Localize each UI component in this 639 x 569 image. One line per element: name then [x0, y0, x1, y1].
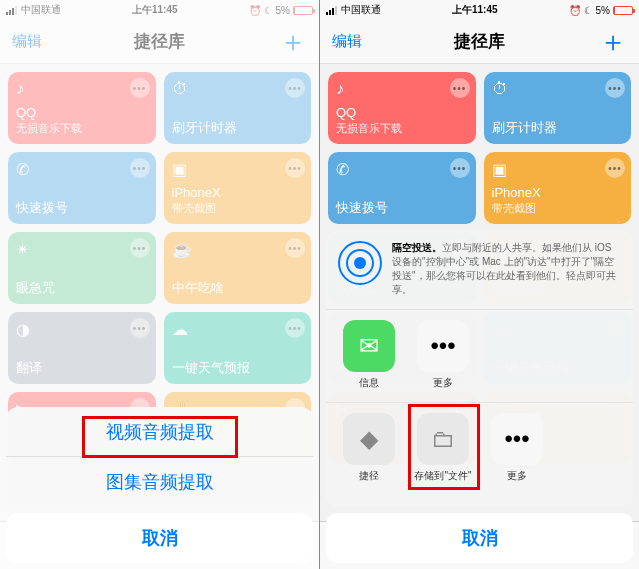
card-icon: ♪	[336, 80, 468, 98]
option-album-audio-extract[interactable]: 图集音频提取	[6, 457, 313, 507]
card-subtitle: 无损音乐下载	[336, 121, 468, 136]
phone-right: 中国联通 上午11:45 ⏰ ☾ 5% 编辑 捷径库 ＋ •••♪QQ无损音乐下…	[320, 0, 639, 569]
page-title: 捷径库	[320, 30, 639, 53]
signal-icon	[326, 6, 337, 15]
shortcuts-icon: ◆	[343, 413, 395, 465]
battery-icon	[613, 6, 633, 15]
phone-left: 中国联通 上午11:45 ⏰ ☾ 5% 编辑 捷径库 ＋ •••♪QQ无损音乐下…	[0, 0, 319, 569]
shortcut-card[interactable]: •••⏱刷牙计时器	[484, 72, 632, 144]
more-icon: •••	[417, 320, 469, 372]
option-video-audio-extract[interactable]: 视频音频提取	[6, 407, 313, 457]
alarm-icon: ⏰	[569, 5, 581, 16]
share-messages[interactable]: ✉ 信息	[334, 320, 404, 390]
shortcut-card[interactable]: •••✆快速拨号	[328, 152, 476, 224]
card-title: 刷牙计时器	[492, 121, 624, 136]
status-bar: 中国联通 上午11:45 ⏰ ☾ 5%	[320, 0, 639, 20]
card-icon: ⏱	[492, 80, 624, 98]
action-shortcuts[interactable]: ◆ 捷径	[334, 413, 404, 483]
card-title: iPhoneX	[492, 186, 624, 201]
dnd-icon: ☾	[584, 5, 593, 16]
card-subtitle: 带壳截图	[492, 201, 624, 216]
card-title: 快速拨号	[336, 201, 468, 216]
shortcut-card[interactable]: •••▣iPhoneX带壳截图	[484, 152, 632, 224]
share-more-apps[interactable]: ••• 更多	[408, 320, 478, 390]
airdrop-section[interactable]: 隔空投送。立即与附近的人共享。如果他们从 iOS 设备的"控制中心"或 Mac …	[326, 241, 633, 310]
cancel-button[interactable]: 取消	[6, 513, 313, 563]
action-more[interactable]: ••• 更多	[482, 413, 552, 483]
action-sheet: 视频音频提取 图集音频提取 取消	[6, 407, 313, 563]
share-row-actions: ◆ 捷径 🗀 存储到"文件" ••• 更多	[326, 403, 633, 495]
card-icon: ✆	[336, 160, 468, 179]
clock: 上午11:45	[381, 3, 569, 17]
cancel-button[interactable]: 取消	[326, 513, 633, 563]
carrier: 中国联通	[341, 3, 381, 17]
folder-icon: 🗀	[417, 413, 469, 465]
edit-button[interactable]: 编辑	[332, 32, 362, 51]
share-sheet: 隔空投送。立即与附近的人共享。如果他们从 iOS 设备的"控制中心"或 Mac …	[326, 231, 633, 563]
action-save-to-files[interactable]: 🗀 存储到"文件"	[408, 413, 478, 483]
more-icon: •••	[491, 413, 543, 465]
messages-icon: ✉	[343, 320, 395, 372]
nav-bar: 编辑 捷径库 ＋	[320, 20, 639, 64]
add-button[interactable]: ＋	[599, 23, 627, 61]
card-icon: ▣	[492, 160, 624, 179]
share-row-apps: ✉ 信息 ••• 更多	[326, 310, 633, 403]
shortcut-card[interactable]: •••♪QQ无损音乐下载	[328, 72, 476, 144]
card-title: QQ	[336, 106, 468, 121]
battery-pct: 5%	[596, 5, 610, 16]
airdrop-icon	[338, 241, 382, 285]
